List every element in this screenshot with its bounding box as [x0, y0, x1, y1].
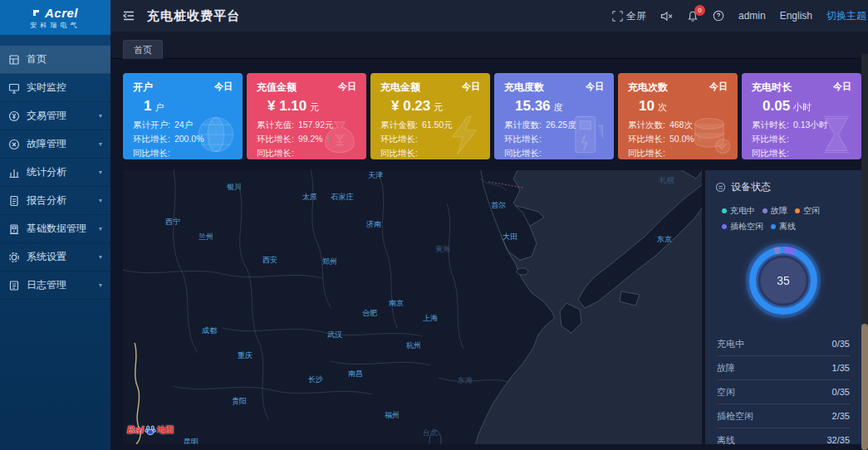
- lightning-icon: [444, 115, 485, 156]
- language-switch[interactable]: English: [780, 10, 812, 22]
- tab-home[interactable]: 首页: [123, 40, 163, 59]
- sidebar-item-logs[interactable]: 日志管理 ▾: [0, 271, 110, 300]
- fullscreen-button[interactable]: 全屏: [612, 9, 646, 23]
- sidebar-item-faults[interactable]: 故障管理 ▾: [0, 130, 110, 159]
- bar-chart-icon: [8, 167, 20, 179]
- stat-card-energy: 充电度数今日 15.36度 累计度数:26.25度 环比增长: 同比增长:: [494, 73, 614, 159]
- map-canvas[interactable]: 银川天津太原石家庄西宁兰州济南西安郑州成都重庆武汉合肥南京上海杭州长沙南昌贵阳福…: [123, 170, 702, 444]
- map-city-label: 南京: [389, 298, 404, 309]
- sidebar-menu: 首页 实时监控 交易管理 ▾ 故障管理 ▾ 统计分析 ▾ 报告分析 ▾ 基础: [0, 46, 110, 300]
- brand-name: Acrel: [45, 6, 78, 20]
- user-menu[interactable]: admin: [738, 10, 766, 22]
- donut-total: 35: [777, 274, 790, 287]
- device-status-panel: 设备状态 充电中 故障 空闲 插枪空闲 离线 35 充电中0/35 故障1/35…: [705, 170, 861, 444]
- legend-dot: [722, 224, 727, 229]
- sidebar-item-label: 日志管理: [27, 278, 66, 292]
- scrollbar-thumb[interactable]: [861, 324, 868, 450]
- stat-card-sessions: 充电次数今日 10次 累计次数:468次 环比增长:50.0%↑ 同比增长:: [618, 73, 738, 159]
- mute-button[interactable]: [660, 11, 673, 22]
- card-value: 1户: [144, 98, 233, 115]
- status-row: 充电中0/35: [717, 332, 850, 356]
- chevron-down-icon: ▾: [99, 253, 102, 261]
- theme-switch-link[interactable]: 切换主题: [826, 9, 866, 23]
- notifications-button[interactable]: 0: [687, 10, 699, 22]
- help-button[interactable]: [713, 10, 724, 22]
- map-city-label: 济南: [366, 219, 381, 230]
- sidebar-item-label: 系统设置: [27, 250, 66, 264]
- report-icon: [8, 195, 20, 207]
- stat-card-accounts: 开户今日 1户 累计开户:24户 环比增长:200.0%↑ 同比增长:: [123, 73, 243, 159]
- stat-cards-row: 开户今日 1户 累计开户:24户 环比增长:200.0%↑ 同比增长: 充值金额…: [123, 73, 861, 159]
- map-city-label: 福州: [385, 410, 400, 421]
- hourglass-icon: [817, 113, 856, 156]
- map-city-label: 南昌: [348, 369, 363, 379]
- map-city-label: 成都: [202, 325, 217, 336]
- tab-bar: 首页: [110, 32, 868, 59]
- language-label: English: [780, 10, 812, 22]
- card-period: 今日: [586, 81, 604, 95]
- sidebar-item-settings[interactable]: 系统设置 ▾: [0, 243, 110, 271]
- legend-dot: [795, 208, 800, 213]
- legend-item: 离线: [771, 221, 796, 232]
- sidebar-item-label: 首页: [27, 52, 47, 66]
- map-city-label: 首尔: [491, 200, 506, 211]
- coins-icon: [689, 113, 733, 156]
- card-value: ¥ 0.23元: [391, 98, 480, 115]
- card-period: 今日: [214, 81, 233, 95]
- status-icon: [715, 182, 726, 193]
- top-header: 充电桩收费平台 全屏 0 admin English 切换主题: [110, 0, 868, 32]
- map-labels-layer: 银川天津太原石家庄西宁兰州济南西安郑州成都重庆武汉合肥南京上海杭州长沙南昌贵阳福…: [123, 170, 702, 444]
- home-icon: [8, 54, 20, 66]
- sidebar-collapse-button[interactable]: [122, 10, 135, 22]
- card-title: 充值金额: [257, 81, 297, 95]
- sidebar-item-label: 基础数据管理: [27, 222, 86, 236]
- legend-item: 插枪空闲: [722, 221, 763, 232]
- chevron-down-icon: ▾: [99, 112, 102, 120]
- legend-item: 故障: [763, 205, 787, 217]
- legend-item: 空闲: [795, 205, 820, 217]
- username: admin: [738, 10, 766, 22]
- yuan-circle-icon: [8, 110, 20, 122]
- map-city-label: 台北: [423, 428, 438, 438]
- card-period: 今日: [462, 81, 480, 95]
- card-title: 开户: [133, 81, 153, 95]
- chevron-down-icon: ▾: [99, 225, 102, 232]
- device-status-header: 设备状态: [705, 180, 861, 194]
- map-city-label: 合肥: [362, 308, 377, 319]
- card-value: 10次: [639, 98, 728, 115]
- sidebar-item-base-data[interactable]: 基础数据管理 ▾: [0, 215, 110, 243]
- monitor-icon: [8, 82, 20, 94]
- sidebar-item-home[interactable]: 首页: [0, 46, 110, 74]
- map-city-label: 贵阳: [232, 396, 247, 407]
- card-title: 充电时长: [752, 81, 792, 95]
- legend-dot: [771, 224, 776, 229]
- status-row: 插枪空闲2/35: [717, 404, 850, 428]
- map-city-label: 石家庄: [331, 192, 354, 203]
- card-title: 充电次数: [628, 81, 668, 95]
- map-city-label: 天津: [368, 170, 383, 181]
- sidebar-item-label: 统计分析: [27, 165, 66, 179]
- globe-icon: [194, 113, 238, 156]
- sidebar-item-label: 报告分析: [27, 193, 66, 208]
- map-city-label: 杭州: [406, 340, 421, 351]
- map-city-label: 郑州: [322, 257, 337, 267]
- sidebar-item-label: 实时监控: [27, 81, 66, 95]
- map-city-label: 太原: [302, 192, 317, 203]
- card-value: ¥ 1.10元: [267, 98, 356, 115]
- sidebar-item-transactions[interactable]: 交易管理 ▾: [0, 102, 110, 130]
- baidu-brand-text: Bai: [127, 423, 144, 436]
- card-value: 0.05小时: [763, 98, 851, 115]
- stat-card-charge-amount: 充电金额今日 ¥ 0.23元 累计金额:61.50元 环比增长: 同比增长:: [370, 73, 490, 159]
- moneybag-icon: [318, 113, 361, 156]
- map-city-label: 兰州: [199, 232, 213, 242]
- log-icon: [8, 280, 20, 291]
- fullscreen-icon: [612, 11, 623, 22]
- sidebar-item-reports[interactable]: 报告分析 ▾: [0, 187, 110, 215]
- page-title: 充电桩收费平台: [147, 8, 240, 24]
- sidebar-item-statistics[interactable]: 统计分析 ▾: [0, 159, 110, 187]
- question-icon: [713, 10, 724, 22]
- status-row: 空闲0/35: [717, 380, 850, 404]
- sidebar-item-monitor[interactable]: 实时监控: [0, 74, 110, 102]
- baidu-suffix-text: 地图: [157, 424, 174, 436]
- fullscreen-label: 全屏: [626, 9, 646, 23]
